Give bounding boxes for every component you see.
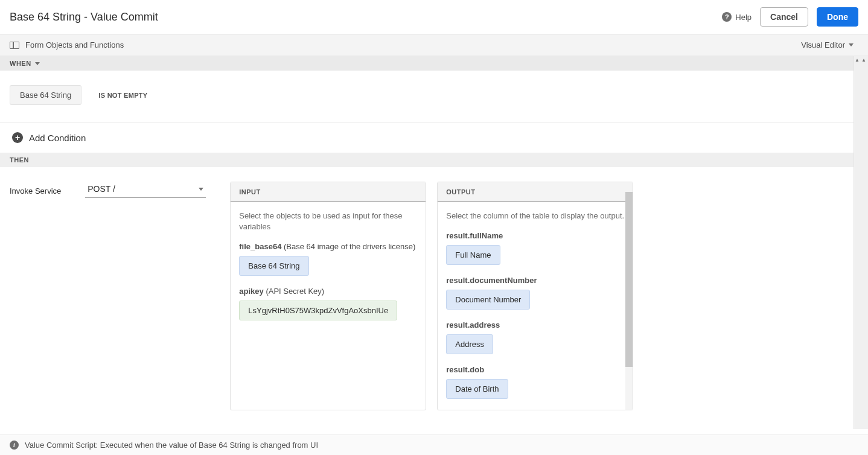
input-field-desc: (Base 64 image of the drivers license): [284, 242, 415, 251]
help-link[interactable]: ? Help: [722, 12, 752, 22]
when-label: WHEN: [10, 60, 31, 67]
output-field-token[interactable]: Document Number: [446, 290, 530, 310]
input-panel: INPUT Select the objects to be used as i…: [230, 182, 426, 410]
service-value: POST /: [88, 184, 115, 194]
when-section-header[interactable]: WHEN: [0, 56, 854, 71]
output-field: result.documentNumber Document Number: [446, 276, 621, 310]
chevron-down-icon: [35, 62, 40, 65]
outer-scrollbar[interactable]: ▲ ▲: [854, 56, 868, 429]
done-button[interactable]: Done: [817, 7, 858, 27]
output-field: result.fullName Full Name: [446, 231, 621, 265]
help-label: Help: [735, 13, 752, 22]
scroll-arrow-icon: ▲: [855, 57, 860, 63]
output-field-name: result.address: [446, 320, 500, 329]
output-field: result.address Address: [446, 320, 621, 354]
output-field-name: result.documentNumber: [446, 276, 537, 285]
output-field-token[interactable]: Address: [446, 334, 493, 354]
input-field-token[interactable]: Base 64 String: [239, 256, 308, 276]
action-row: Invoke Service POST /: [10, 182, 206, 198]
add-condition-label: Add Condition: [29, 133, 86, 143]
output-panel-header: OUTPUT: [438, 182, 633, 202]
input-field-name: apikey: [239, 287, 263, 296]
page-header: Base 64 String - Value Commit ? Help Can…: [0, 0, 868, 34]
help-icon: ?: [722, 12, 732, 22]
chevron-down-icon: [199, 188, 203, 191]
output-field-token[interactable]: Full Name: [446, 245, 500, 265]
output-panel: OUTPUT Select the column of the table to…: [437, 182, 633, 410]
input-field-name: file_base64: [239, 242, 281, 251]
output-field-label: result.fullName: [446, 231, 621, 240]
page-title: Base 64 String - Value Commit: [10, 11, 158, 24]
input-panel-header: INPUT: [231, 182, 426, 202]
output-field-label: result.address: [446, 320, 621, 329]
output-field-name: result.dob: [446, 365, 484, 374]
input-panel-hint: Select the objects to be used as input f…: [231, 202, 426, 236]
output-field-name: result.fullName: [446, 231, 503, 240]
form-objects-toggle[interactable]: Form Objects and Functions: [10, 40, 124, 49]
service-dropdown[interactable]: POST /: [85, 182, 206, 198]
scrollbar-thumb[interactable]: [625, 192, 633, 367]
when-body: Base 64 String IS NOT EMPTY: [0, 71, 854, 122]
when-subject-chip[interactable]: Base 64 String: [10, 85, 81, 105]
toolbar: Form Objects and Functions Visual Editor: [0, 34, 868, 56]
rule-editor-scroll[interactable]: WHEN Base 64 String IS NOT EMPTY + Add C…: [0, 56, 854, 429]
when-operator[interactable]: IS NOT EMPTY: [98, 92, 147, 99]
editor-mode-dropdown[interactable]: Visual Editor: [801, 40, 858, 49]
panel-icon: [10, 42, 19, 49]
output-scrollbar[interactable]: [625, 182, 633, 410]
cancel-button[interactable]: Cancel: [760, 7, 808, 27]
input-field-desc: (API Secret Key): [266, 287, 324, 296]
output-field: result.dob Date of Birth: [446, 365, 621, 399]
scroll-arrow-icon: ▲: [861, 57, 866, 63]
output-panel-hint: Select the column of the table to displa…: [438, 202, 633, 225]
add-condition-button[interactable]: + Add Condition: [0, 122, 854, 153]
form-objects-label: Form Objects and Functions: [25, 40, 124, 49]
output-field-label: result.dob: [446, 365, 621, 374]
output-field-token[interactable]: Date of Birth: [446, 379, 508, 399]
content-wrapper: WHEN Base 64 String IS NOT EMPTY + Add C…: [0, 56, 868, 429]
chevron-down-icon: [849, 43, 854, 46]
input-field-label: file_base64 (Base 64 image of the driver…: [239, 242, 417, 251]
io-panels: INPUT Select the objects to be used as i…: [230, 182, 633, 410]
output-field-label: result.documentNumber: [446, 276, 621, 285]
input-panel-body: file_base64 (Base 64 image of the driver…: [231, 236, 426, 331]
plus-icon: +: [12, 132, 23, 143]
input-field: file_base64 (Base 64 image of the driver…: [239, 242, 417, 276]
then-body: Invoke Service POST / INPUT Select the o…: [0, 167, 854, 425]
input-field-token[interactable]: LsYgjvRtH0S75W3kpdZvVfgAoXsbnIUe: [239, 301, 397, 320]
output-panel-body: result.fullName Full Name result.documen…: [438, 225, 633, 410]
input-field-label: apikey (API Secret Key): [239, 287, 417, 296]
header-actions: ? Help Cancel Done: [722, 7, 858, 27]
editor-mode-label: Visual Editor: [801, 40, 845, 49]
then-label: THEN: [10, 156, 29, 164]
input-field: apikey (API Secret Key) LsYgjvRtH0S75W3k…: [239, 287, 417, 320]
then-section-header: THEN: [0, 153, 854, 167]
action-type-label: Invoke Service: [10, 184, 61, 196]
